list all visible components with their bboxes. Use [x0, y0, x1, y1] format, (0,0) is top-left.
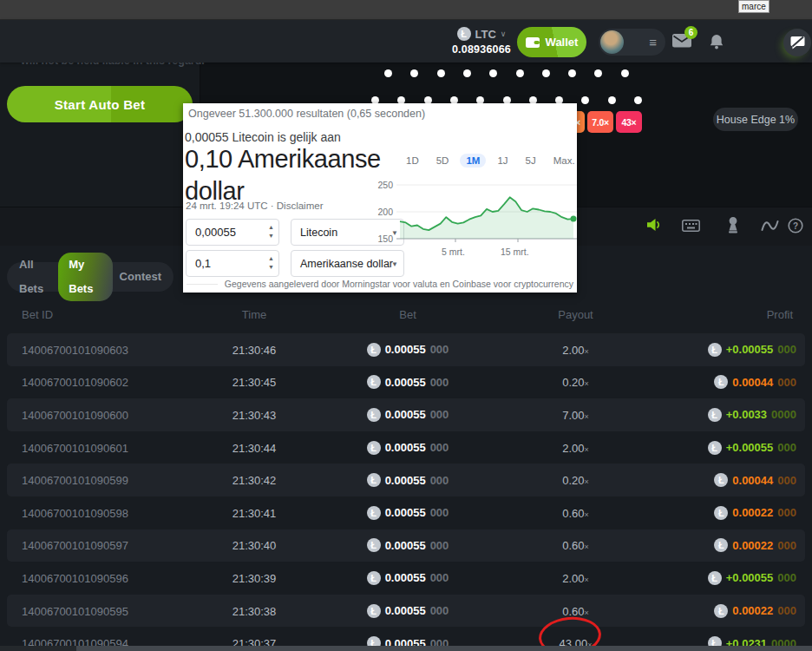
profit-cell: Ł0.00022000 [714, 604, 796, 618]
stepper-up-icon[interactable]: ▲ [268, 254, 274, 263]
table-body: 1400670010109060321:30:46Ł0.000550002.00… [7, 333, 805, 651]
help-button[interactable]: ? [788, 218, 803, 237]
conversion-value: 0,10 Amerikaanse dollar [185, 143, 393, 207]
range-tab-1j[interactable]: 1J [491, 154, 514, 168]
table-row[interactable]: 1400670010109059921:30:42Ł0.000550000.20… [7, 464, 805, 496]
y-axis-label: 150 [374, 233, 393, 244]
hotkeys-button[interactable] [682, 220, 700, 235]
wallet-button[interactable]: Wallet [517, 27, 586, 57]
plinko-peg [463, 69, 471, 77]
notifications-button[interactable] [709, 34, 724, 51]
bets-tabs: All Bets My Bets Contest [7, 262, 174, 292]
table-row[interactable]: 1400670010109060221:30:45Ł0.000550000.20… [7, 366, 805, 399]
litecoin-icon: Ł [367, 571, 381, 585]
bet-id-cell: 14006700101090603 [22, 343, 128, 356]
litecoin-icon: Ł [708, 343, 722, 357]
popup-footer: Gegevens aangeleverd door Morningstar vo… [187, 279, 573, 289]
currency-to-select[interactable]: Amerikaanse dollar ▼ [291, 250, 404, 277]
multiply-icon: × [585, 608, 589, 616]
avatar[interactable] [600, 30, 624, 54]
litecoin-icon: Ł [714, 538, 728, 552]
range-tabs: 1D5D1M1J5JMax. [400, 154, 581, 168]
range-tab-5j[interactable]: 5J [520, 154, 542, 168]
col-profit: Profit [767, 308, 793, 321]
tab-contest[interactable]: Contest [113, 265, 168, 289]
plinko-peg [542, 69, 550, 77]
disclaimer-link[interactable]: Disclaimer [277, 201, 324, 211]
currency-to-value: Amerikaanse dollar [300, 258, 393, 270]
table-row[interactable]: 1400670010109060121:30:44Ł0.000550002.00… [7, 431, 805, 464]
live-stats-button[interactable] [761, 220, 779, 235]
table-row[interactable]: 1400670010109059621:30:39Ł0.000550002.00… [7, 562, 805, 595]
wallet-balance: 0.08936066 [444, 43, 519, 56]
range-tab-max[interactable]: Max. [547, 154, 581, 168]
plinko-peg [516, 69, 524, 77]
currency-selector[interactable]: Ł LTC ∨ 0.08936066 [444, 27, 519, 56]
profit-cell: Ł0.00022000 [714, 538, 796, 552]
data-attribution: Gegevens aangeleverd door Morningstar vo… [225, 279, 573, 289]
multiply-icon: × [585, 346, 589, 355]
timestamp: 24 mrt. 19:24 UTC · Disclaimer [186, 201, 323, 211]
site-header: Ł LTC ∨ 0.08936066 Wallet ≡ 6 [0, 20, 812, 62]
currency-code: LTC [475, 28, 496, 41]
payout-cell: 0.20× [493, 376, 658, 389]
bets-table: Bet ID Time Bet Payout Profit 1400670010… [7, 295, 805, 651]
wallet-icon [526, 36, 540, 49]
live-stats-icon [761, 220, 779, 232]
bet-id-cell: 14006700101090597 [22, 539, 128, 552]
chevron-down-icon: ∨ [501, 30, 507, 38]
house-edge-badge: House Edge 1% [713, 108, 798, 131]
tab-all-bets[interactable]: All Bets [12, 253, 58, 301]
range-tab-1m[interactable]: 1M [460, 154, 486, 168]
volume-icon [646, 218, 662, 232]
amount-to-input[interactable]: 0,1 ▲▼ [186, 250, 279, 277]
multiply-icon: × [585, 477, 589, 486]
multiply-icon: × [585, 575, 589, 583]
horizontal-scrollbar-thumb[interactable] [76, 646, 812, 651]
table-row[interactable]: 1400670010109059821:30:41Ł0.000550000.60… [7, 496, 805, 529]
bet-id-cell: 14006700101090599 [22, 474, 128, 487]
litecoin-icon: Ł [367, 375, 381, 389]
payout-cell: 0.60× [493, 604, 658, 617]
tab-my-bets[interactable]: My Bets [58, 253, 112, 301]
litecoin-icon: Ł [367, 473, 381, 487]
table-row[interactable]: 1400670010109060321:30:46Ł0.000550002.00… [7, 333, 805, 366]
table-header: Bet ID Time Bet Payout Profit [7, 295, 805, 333]
payout-cell: 0.20× [493, 474, 658, 487]
profit-cell: Ł+0.00055000 [708, 441, 796, 455]
table-row[interactable]: 1400670010109059521:30:38Ł0.000550000.60… [7, 595, 805, 628]
user-menu[interactable]: ≡ [599, 29, 665, 56]
amount-to-value: 0,1 [195, 257, 211, 270]
bet-id-cell: 14006700101090602 [22, 376, 128, 389]
amount-from-value: 0,00055 [195, 226, 236, 239]
x-axis-label: 5 mrt. [442, 247, 465, 257]
sound-button[interactable] [646, 218, 662, 235]
bet-id-cell: 14006700101090598 [22, 506, 128, 519]
bet-cell: Ł0.00055000 [304, 375, 512, 389]
multiply-icon: × [585, 379, 589, 388]
litecoin-icon: Ł [714, 375, 728, 389]
start-auto-bet-button[interactable]: Start Auto Bet [7, 86, 193, 122]
fairness-button[interactable] [727, 217, 739, 237]
fairness-icon [727, 217, 739, 233]
bet-id-cell: 14006700101090601 [22, 441, 128, 454]
table-row[interactable]: 1400670010109059721:30:40Ł0.000550000.60… [7, 529, 805, 562]
plinko-peg [608, 96, 616, 104]
bet-cell: Ł0.00055000 [304, 343, 512, 357]
amount-from-input[interactable]: 0,00055 ▲▼ [186, 219, 279, 246]
litecoin-icon: Ł [457, 27, 471, 41]
bet-cell: Ł0.00055000 [304, 604, 512, 618]
timestamp-text: 24 mrt. 19:24 UTC · [186, 201, 277, 211]
range-tab-1d[interactable]: 1D [400, 154, 425, 168]
stepper-down-icon[interactable]: ▼ [268, 263, 274, 272]
table-row[interactable]: 1400670010109060021:30:43Ł0.000550007.00… [7, 398, 805, 431]
stepper-down-icon[interactable]: ▼ [268, 232, 274, 240]
multiply-icon: × [585, 444, 589, 453]
profit-cell: Ł0.00044000 [714, 473, 796, 487]
chat-button[interactable] [783, 29, 811, 56]
range-tab-5d[interactable]: 5D [430, 154, 455, 168]
litecoin-icon: Ł [708, 441, 722, 455]
results-count: Ongeveer 51.300.000 resultaten (0,65 sec… [188, 108, 425, 120]
multiply-icon: × [585, 411, 589, 420]
stepper-up-icon[interactable]: ▲ [268, 223, 274, 232]
